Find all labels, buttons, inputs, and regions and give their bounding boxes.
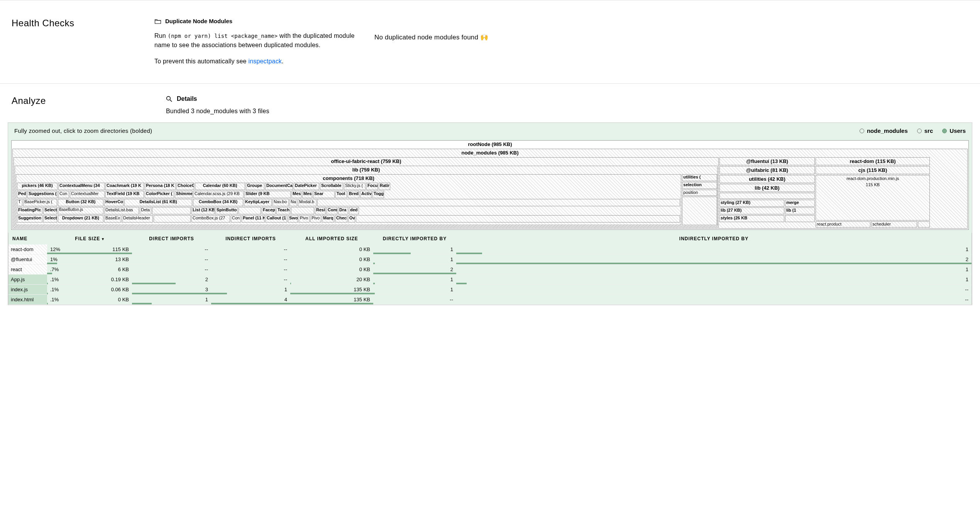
treemap-pivo1[interactable]: Pivo (299, 215, 310, 222)
treemap-groupe[interactable]: Groupe (246, 183, 264, 190)
col-indirect-imports[interactable]: INDIRECT IMPORTS (211, 233, 290, 244)
treemap-calendar[interactable]: Calendar (60 KB) (195, 183, 245, 190)
treemap-root[interactable]: rootNode (985 KB) node_modules (985 KB) … (11, 140, 969, 230)
col-direct-imports[interactable]: DIRECT IMPORTS (132, 233, 211, 244)
cell-name[interactable]: index.js (8, 285, 47, 294)
treemap-basebutton[interactable]: BaseButton.js (58, 207, 103, 214)
treemap-detailsheader[interactable]: DetailsHeader (122, 215, 153, 222)
treemap-react-product[interactable]: react.product (816, 221, 870, 227)
treemap-resi[interactable]: Resi (315, 207, 326, 214)
treemap-slider[interactable]: Slider (9 KB (244, 191, 291, 198)
treemap-mes1[interactable]: Mes (291, 191, 301, 198)
cell-name[interactable]: react (8, 265, 47, 274)
treemap-ratir[interactable]: Ratir (379, 183, 390, 190)
treemap-deta[interactable]: Deta (140, 207, 151, 214)
treemap-spinbutto[interactable]: SpinButto (215, 207, 238, 214)
table-row[interactable]: index.js.1%0.06 KB31135 KB1-- (8, 285, 972, 295)
col-all-imported-size[interactable]: ALL IMPORTED SIZE (290, 233, 373, 244)
treemap-sticky[interactable]: Sticky.js ( (344, 183, 366, 190)
treemap-styles26[interactable]: styles (26 KB (719, 215, 784, 222)
treemap-office-ui-fabric-react[interactable]: office-ui-fabric-react (759 KB) lib (759… (14, 157, 719, 227)
treemap-pickers[interactable]: pickers (46 KB) (17, 183, 58, 190)
treemap[interactable]: rootNode (985 KB) node_modules (985 KB) … (11, 140, 969, 230)
treemap-react-dom-prod[interactable]: react-dom.production.min.js 115 KB (816, 175, 930, 221)
treemap-baseex[interactable]: BaseEx (104, 215, 121, 222)
treemap-lib[interactable]: lib (759 KB) components (718 KB) (15, 166, 718, 226)
treemap-focu[interactable]: Focu (366, 183, 378, 190)
treemap-pivo2[interactable]: Pivo (310, 215, 321, 222)
treemap-sear[interactable]: Sear (313, 191, 335, 198)
treemap-panel[interactable]: Panel (11 K (242, 215, 265, 222)
treemap-ded[interactable]: ded (349, 207, 359, 214)
treemap-textfield[interactable]: TextField (19 KB (105, 191, 144, 198)
treemap-lib42[interactable]: lib (42 KB) (719, 184, 815, 192)
treemap-combobox[interactable]: ComboBox (34 KB) (193, 199, 243, 206)
cell-name[interactable]: react-dom (8, 244, 47, 254)
treemap-node-modules[interactable]: node_modules (985 KB) office-ui-fabric-r… (12, 149, 968, 229)
treemap-mes2[interactable]: Mes (302, 191, 312, 198)
treemap-bred[interactable]: Bred (348, 191, 359, 198)
table-row[interactable]: @fluentui1%13 KB----0 KB12 (8, 255, 972, 265)
treemap-dra[interactable]: Dra (338, 207, 348, 214)
treemap-react-dom[interactable]: react-dom (115 KB) (816, 157, 930, 165)
cell-name[interactable]: index.html (8, 295, 47, 304)
col-file-size[interactable]: FILE SIZE ▾ (47, 233, 132, 244)
treemap-floatingpic[interactable]: FloatingPic (17, 207, 42, 214)
treemap-scheduler[interactable]: scheduler (871, 221, 917, 227)
treemap-tool[interactable]: Tool (335, 191, 347, 198)
treemap-components[interactable]: components (718 KB) pickers (46 KB) Cont… (16, 174, 681, 225)
treemap-document[interactable]: DocumentCa (265, 183, 293, 190)
treemap-ov[interactable]: Ov (348, 215, 355, 222)
treemap-contextual-menu[interactable]: ContextualMenu (34 (58, 183, 105, 190)
table-row[interactable]: react.7%6 KB----0 KB21 (8, 265, 972, 275)
treemap-button[interactable]: Button (32 KB) (58, 199, 103, 206)
treemap-utilities-small[interactable]: utilities ( (682, 174, 717, 181)
treemap-persona[interactable]: Persona (18 K (145, 183, 176, 190)
table-row[interactable]: index.html.1%0 KB14135 KB---- (8, 295, 972, 305)
treemap-styling27[interactable]: styling (27 KB) (719, 200, 784, 207)
treemap-utilities42[interactable]: utilities (42 KB) (719, 175, 815, 183)
treemap-keytip[interactable]: KeytipLayer (244, 199, 272, 206)
treemap-activ[interactable]: Activ (360, 191, 372, 198)
col-indirectly-imported-by[interactable]: INDIRECTLY IMPORTED BY (456, 233, 972, 244)
treemap-uifabric[interactable]: @uifabric (81 KB) (719, 166, 815, 174)
treemap-scrollable[interactable]: Scrollable (320, 183, 343, 190)
treemap-com[interactable]: Com (327, 207, 337, 214)
treemap-hoverco[interactable]: HoverCo (104, 199, 124, 206)
cell-name[interactable]: @fluentui (8, 255, 47, 264)
treemap-selection[interactable]: selection (682, 182, 717, 189)
treemap-datepicker[interactable]: DatePicker (294, 183, 319, 190)
treemap-suggestion[interactable]: Suggestion (17, 215, 42, 222)
treemap-merge[interactable]: merge (785, 200, 815, 207)
treemap-detailslist[interactable]: DetailsList (61 KB) (124, 199, 192, 206)
treemap-select2[interactable]: Select (43, 215, 57, 222)
treemap-togg[interactable]: Togg (372, 191, 384, 198)
treemap-fluentui[interactable]: @fluentui (13 KB) (719, 157, 815, 165)
treemap-cjs[interactable]: cjs (115 KB) (816, 166, 930, 174)
treemap-lib10[interactable]: lib (1 (785, 207, 815, 214)
treemap-suggestions[interactable]: Suggestions ( (27, 191, 58, 198)
treemap-marq[interactable]: Marq (322, 215, 334, 222)
treemap-dropdown[interactable]: Dropdown (21 KB) (58, 215, 103, 222)
treemap-colorpicker[interactable]: ColorPicker ( (145, 191, 174, 198)
treemap-navbo[interactable]: Nav.bo (273, 199, 289, 206)
treemap-detailslist-bas[interactable]: DetailsList.bas (104, 207, 139, 214)
treemap-con2[interactable]: Con (231, 215, 241, 222)
treemap-combobox-js[interactable]: ComboBox.js (27 (191, 215, 230, 222)
treemap-choice[interactable]: ChoiceG (176, 183, 194, 190)
treemap-teach[interactable]: Teach (276, 207, 290, 214)
treemap-modal[interactable]: Modal.b (298, 199, 317, 206)
treemap-list[interactable]: List (12 KB (191, 207, 215, 214)
col-directly-imported-by[interactable]: DIRECTLY IMPORTED BY (373, 233, 456, 244)
col-name[interactable]: NAME (8, 233, 47, 244)
treemap-na[interactable]: Na (289, 199, 297, 206)
treemap-callout[interactable]: Callout (1 (266, 215, 287, 222)
cell-name[interactable]: App.js (8, 275, 47, 284)
treemap-calendar-scss[interactable]: Calendar.scss.js (29 KB (193, 191, 244, 198)
treemap-checl[interactable]: Checl (335, 215, 347, 222)
treemap-con[interactable]: Con (58, 191, 69, 198)
treemap-lib27[interactable]: lib (27 KB) (719, 207, 784, 214)
legend-item-node-modules[interactable]: node_modules (860, 127, 908, 134)
treemap-select1[interactable]: Select (43, 207, 57, 214)
treemap-contextualmer[interactable]: ContextualMer (70, 191, 105, 198)
